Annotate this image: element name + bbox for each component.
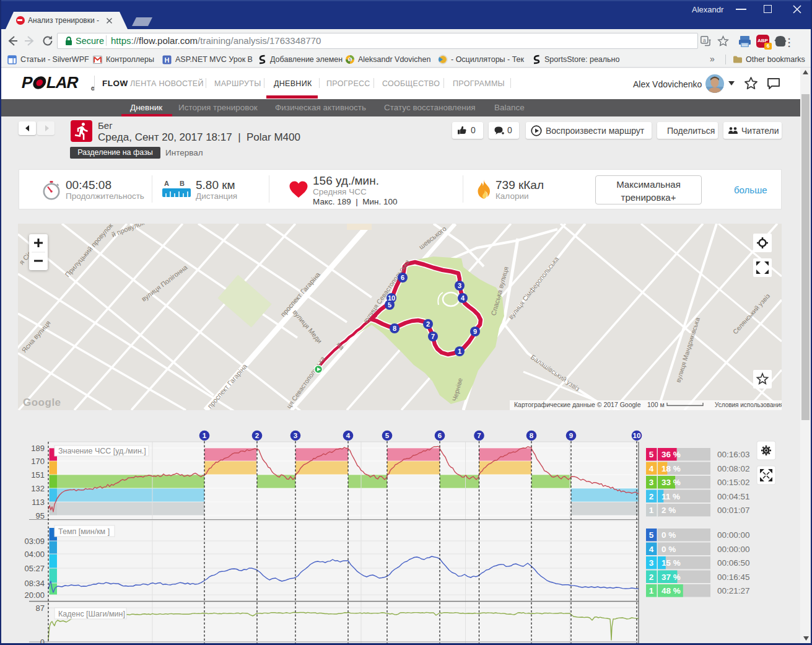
svg-text:8: 8 — [393, 325, 396, 332]
svg-text:2: 2 — [255, 432, 259, 439]
svg-text:03:09: 03:09 — [24, 537, 45, 546]
svg-text:3: 3 — [649, 558, 654, 568]
svg-text:9: 9 — [569, 432, 573, 439]
svg-text:170: 170 — [31, 457, 45, 466]
svg-text:LAR: LAR — [45, 75, 81, 91]
svg-text:18 %: 18 % — [661, 464, 681, 473]
svg-text:2: 2 — [649, 573, 654, 582]
svg-text:48 %: 48 % — [661, 586, 681, 595]
svg-text:2: 2 — [649, 492, 654, 501]
svg-text:00:06:50: 00:06:50 — [717, 558, 750, 568]
svg-text:Условия использования: Условия использования — [715, 401, 782, 408]
svg-text:00:00:00: 00:00:00 — [717, 530, 750, 540]
svg-text:Google: Google — [23, 397, 61, 408]
svg-text:10: 10 — [633, 432, 641, 439]
svg-text:132: 132 — [31, 484, 45, 493]
svg-text:11 %: 11 % — [661, 492, 680, 501]
svg-text:00:15:02: 00:15:02 — [717, 478, 750, 487]
svg-text:Картографические данные © 2017: Картографические данные © 2017 Google — [514, 401, 641, 408]
svg-text:5: 5 — [649, 530, 654, 540]
svg-text:08:34: 08:34 — [24, 579, 45, 588]
svg-text:Темп [мин/км ]: Темп [мин/км ] — [58, 527, 110, 536]
svg-text:P: P — [20, 75, 35, 91]
svg-text:H: H — [165, 56, 170, 64]
svg-text:36 %: 36 % — [661, 450, 681, 459]
svg-text:00:08:02: 00:08:02 — [717, 464, 750, 473]
svg-text:15 %: 15 % — [661, 558, 681, 568]
svg-text:05:27: 05:27 — [24, 564, 45, 573]
svg-text:37 %: 37 % — [661, 573, 681, 582]
svg-text:0 %: 0 % — [661, 530, 676, 540]
svg-text:100 м: 100 м — [647, 401, 665, 408]
svg-text:33 %: 33 % — [661, 478, 681, 487]
svg-text:3: 3 — [649, 478, 654, 487]
svg-text:4: 4 — [649, 464, 654, 473]
svg-text:0 %: 0 % — [661, 545, 676, 554]
svg-text:00:21:27: 00:21:27 — [717, 586, 750, 595]
svg-text:4: 4 — [346, 432, 351, 439]
svg-text:5: 5 — [349, 58, 351, 62]
svg-text:95: 95 — [36, 511, 45, 520]
svg-text:151: 151 — [31, 470, 45, 480]
svg-text:10: 10 — [388, 294, 395, 302]
svg-text:1: 1 — [458, 348, 461, 355]
svg-text:113: 113 — [32, 498, 45, 507]
svg-text:00:01:07: 00:01:07 — [717, 506, 750, 515]
svg-text:a: a — [703, 37, 706, 43]
svg-text:1: 1 — [203, 432, 207, 439]
svg-text:00:04:51: 00:04:51 — [717, 492, 750, 501]
svg-text:4: 4 — [649, 545, 654, 554]
svg-text:189: 189 — [31, 444, 45, 453]
svg-text:4: 4 — [461, 294, 465, 302]
svg-text:87: 87 — [36, 603, 45, 613]
svg-text:04:00: 04:00 — [24, 550, 45, 559]
svg-text:7: 7 — [431, 333, 435, 340]
svg-text:Каденс [Шаги/мин]: Каденс [Шаги/мин] — [58, 610, 125, 618]
svg-text:Значение ЧСС [уд./мин.]: Значение ЧСС [уд./мин.] — [58, 447, 146, 455]
svg-text:3: 3 — [294, 432, 297, 439]
svg-text:00:16:45: 00:16:45 — [717, 573, 750, 582]
svg-text:00:00:00: 00:00:00 — [717, 545, 750, 554]
svg-text:1: 1 — [649, 586, 654, 595]
svg-text:2: 2 — [426, 320, 430, 328]
svg-text:2 %: 2 % — [661, 506, 676, 515]
svg-text:9: 9 — [473, 328, 477, 335]
svg-text:20:00: 20:00 — [24, 590, 45, 600]
svg-text:7: 7 — [477, 432, 481, 439]
svg-text:3: 3 — [458, 282, 461, 289]
svg-text:5: 5 — [649, 450, 654, 459]
svg-text:00:16:03: 00:16:03 — [717, 450, 750, 459]
svg-text:6: 6 — [438, 432, 442, 439]
svg-text:8: 8 — [530, 432, 534, 439]
svg-text:1: 1 — [649, 506, 654, 515]
svg-text:5: 5 — [385, 432, 390, 439]
svg-text:6: 6 — [401, 274, 404, 281]
